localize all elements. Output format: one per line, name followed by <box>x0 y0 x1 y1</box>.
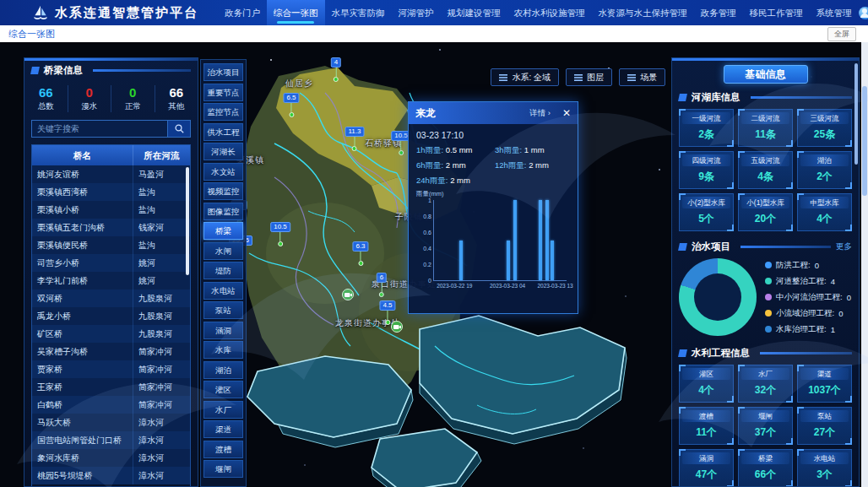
water-level-marker[interactable]: 4 <box>331 57 341 82</box>
table-scrollbar[interactable] <box>186 167 189 275</box>
more-link[interactable]: 更多 <box>836 241 852 252</box>
cell-river-name: 九股泉河 <box>133 307 190 325</box>
layer-menu-item[interactable]: 涵洞 <box>203 322 243 339</box>
camera-marker-icon[interactable] <box>391 321 403 333</box>
table-row[interactable]: 贾家桥 简家冲河 <box>32 360 190 378</box>
tile-label: 湖泊 <box>800 154 849 166</box>
page-scrollbar-track[interactable] <box>861 42 868 487</box>
map-control-button[interactable]: 场景 <box>619 68 665 86</box>
rain-bar <box>507 241 510 281</box>
layer-menu-item[interactable]: 重要节点 <box>203 84 243 101</box>
base-info-badge-button[interactable]: 基础信息 <box>724 65 808 84</box>
table-row[interactable]: 栗溪镇小桥 盐沟 <box>32 201 190 219</box>
user-menu[interactable]: hhzb42080201 <box>859 7 868 19</box>
layer-menu-item[interactable]: 堰闸 <box>203 460 243 478</box>
tile-value: 2条 <box>682 124 730 143</box>
metric-label: 24h雨量: <box>416 176 450 185</box>
water-level-marker[interactable]: 6.5 <box>283 93 299 117</box>
engineering-tiles: 灌区 4个 水厂 32个 渠道 1037个 渡槽 <box>672 363 859 487</box>
cell-river-name: 漳水河 <box>133 449 190 467</box>
tile-value: 9条 <box>682 166 730 186</box>
popup-detail-link[interactable]: 详情 › <box>529 108 551 119</box>
fullscreen-button[interactable]: 全屏 <box>827 27 856 41</box>
project-donut-chart <box>679 258 757 336</box>
nav-tab[interactable]: 农村水利设施管理 <box>507 0 592 25</box>
table-row[interactable]: 双河桥 九股泉河 <box>32 289 190 307</box>
table-row[interactable]: 栗溪镇西湾桥 盐沟 <box>32 183 190 201</box>
table-row[interactable]: 吴家槽子沟桥 简家冲河 <box>32 343 190 360</box>
layer-menu-item[interactable]: 桥梁 <box>203 222 243 240</box>
section-icon <box>678 243 687 251</box>
layer-menu-item[interactable]: 水文站 <box>203 163 243 181</box>
water-level-marker[interactable]: 11.3 <box>345 127 365 151</box>
nav-tab[interactable]: 移民工作管理 <box>743 0 810 25</box>
project-donut-block: 防洪工程: 0 河道整治工程: 4 中小河流治理工程: 0 <box>672 257 859 341</box>
layer-menu-item[interactable]: 泵站 <box>203 301 243 319</box>
layer-menu-item[interactable]: 堤防 <box>203 262 243 279</box>
cell-river-name: 简家冲河 <box>133 343 190 360</box>
legend-dot <box>765 278 772 284</box>
marker-dot <box>334 77 339 82</box>
layer-menu-item[interactable]: 渠道 <box>203 420 243 438</box>
metric-label: 3h雨量: <box>495 145 524 154</box>
table-row[interactable]: 国营电站闸管处门口桥 漳水河 <box>32 431 190 449</box>
layer-menu-item[interactable]: 水电站 <box>203 282 243 300</box>
metric-label: 12h雨量: <box>495 160 529 170</box>
nav-tab[interactable]: 政务门户 <box>218 0 267 25</box>
table-row[interactable]: 栗溪镇五老门沟桥 钱家河 <box>32 219 190 236</box>
cell-river-name: 钱家河 <box>133 219 190 236</box>
marker-stem <box>400 141 401 150</box>
layer-menu-item[interactable]: 水闸 <box>203 242 243 260</box>
page-scrollbar-thumb[interactable] <box>862 86 867 196</box>
table-row[interactable]: 禹龙小桥 九股泉河 <box>32 307 190 325</box>
camera-marker-icon[interactable] <box>342 289 354 300</box>
cell-bridge-name: 矿区桥 <box>32 325 133 343</box>
nav-tab[interactable]: 政务管理 <box>694 0 743 25</box>
nav-tab[interactable]: 综合一张图 <box>267 0 325 25</box>
layer-menu-item[interactable]: 灌区 <box>203 381 243 398</box>
water-level-marker[interactable]: 6.3 <box>352 241 368 266</box>
tile-label: 涵洞 <box>682 452 730 464</box>
map-control-button[interactable]: 水系: 全域 <box>491 68 559 86</box>
rain-bar <box>551 241 554 281</box>
nav-tab[interactable]: 规划建设管理 <box>441 0 507 25</box>
info-tile: 渠道 1037个 <box>797 365 852 403</box>
table-row[interactable]: 姚河友谊桥 马盈河 <box>32 165 190 183</box>
water-level-marker[interactable]: 10.5 <box>270 222 290 246</box>
close-icon[interactable]: ✕ <box>562 107 571 119</box>
layer-menu-item[interactable]: 水厂 <box>203 401 243 419</box>
table-row[interactable]: 矿区桥 九股泉河 <box>32 325 190 343</box>
nav-tab[interactable]: 水资源与水土保持管理 <box>592 0 694 25</box>
layer-menu-item[interactable]: 水库 <box>203 341 243 359</box>
table-row[interactable]: 栗溪镇便民桥 盐沟 <box>32 236 190 254</box>
layer-menu-item[interactable]: 视频监控 <box>203 182 243 200</box>
nav-tab[interactable]: 水旱灾害防御 <box>325 0 392 25</box>
layer-menu-item[interactable]: 河湖长 <box>203 143 243 160</box>
table-row[interactable]: 白鹤桥 简家冲河 <box>32 396 190 414</box>
search-input[interactable] <box>31 120 168 138</box>
nav-tab[interactable]: 河湖管护 <box>392 0 441 25</box>
tile-label: 中型水库 <box>800 197 849 208</box>
table-row[interactable]: 象河水库桥 漳水河 <box>32 449 190 467</box>
water-level-marker[interactable]: 6 <box>377 273 387 297</box>
layer-menu-item[interactable]: 渡槽 <box>203 441 243 458</box>
breadcrumb[interactable]: 综合一张图 <box>8 28 55 41</box>
search-button[interactable] <box>168 120 191 138</box>
table-row[interactable]: 王家桥 简家冲河 <box>32 378 190 396</box>
map-control-button[interactable]: 图层 <box>566 68 612 86</box>
map-controls: 水系: 全域 图层 <box>491 68 665 86</box>
panel-scrollbar[interactable] <box>854 63 858 165</box>
table-row[interactable]: 桃园5号坝堤桥 漳水河 <box>32 467 190 484</box>
layer-menu-item[interactable]: 治水项目 <box>203 63 243 81</box>
nav-tab[interactable]: 系统管理 <box>810 0 859 25</box>
layer-menu-item[interactable]: 湖泊 <box>203 361 243 379</box>
table-row[interactable]: 李学礼门前桥 姚河 <box>32 272 190 289</box>
user-avatar <box>859 7 868 19</box>
table-row[interactable]: 马跃大桥 漳水河 <box>32 414 190 431</box>
cell-bridge-name: 栗溪镇便民桥 <box>32 236 133 254</box>
table-row[interactable]: 司营乡小桥 姚河 <box>32 254 190 272</box>
layer-menu-item[interactable]: 图像监控 <box>203 203 243 220</box>
layer-menu-item[interactable]: 监控节点 <box>203 103 243 121</box>
layer-menu-item[interactable]: 供水工程 <box>203 123 243 141</box>
info-tile: 二级河流 11条 <box>738 109 793 147</box>
